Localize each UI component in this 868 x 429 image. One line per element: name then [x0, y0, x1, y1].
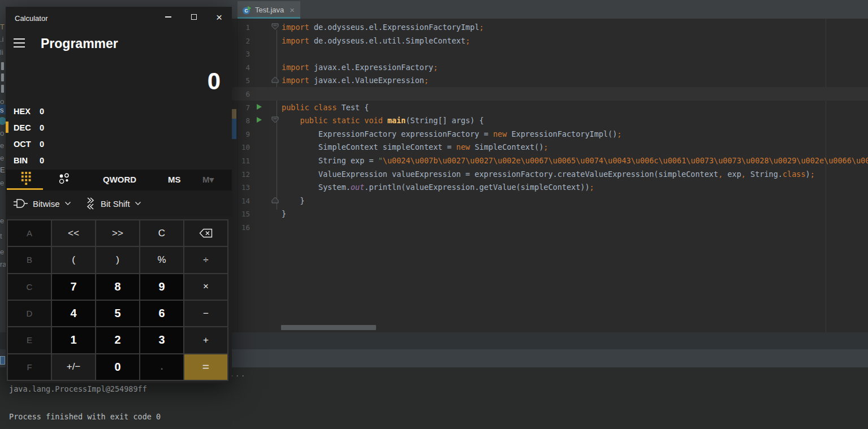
key-minus[interactable]: − — [184, 301, 227, 326]
key-modulo[interactable]: % — [140, 247, 183, 272]
active-toggle-underline — [7, 188, 43, 190]
project-tree-strip: T.iliosoeeEeetera — [0, 0, 6, 332]
code-text: String exp = "\u0024\u007b\u0027\u0027\u… — [282, 156, 868, 165]
word-size-toggle[interactable]: QWORD — [103, 175, 136, 184]
radix-label: OCT — [14, 140, 40, 149]
key-plus-minus[interactable]: +/− — [52, 354, 95, 380]
bit-toggle-keypad-button[interactable] — [58, 173, 71, 189]
key-plus[interactable]: + — [184, 327, 227, 353]
code-editor[interactable]: 1import de.odysseus.el.ExpressionFactory… — [232, 19, 868, 332]
horizontal-scrollbar[interactable] — [281, 325, 376, 330]
code-text: import javax.el.ValueExpression; — [282, 76, 429, 85]
key-equals[interactable]: = — [184, 354, 227, 380]
fold-marker-icon[interactable] — [271, 116, 279, 123]
editor-tab-bar: C Test.java × — [232, 0, 868, 19]
svg-text:C: C — [244, 8, 248, 14]
code-line-5: 5import javax.el.ValueExpression; — [232, 73, 868, 87]
line-number: 16 — [232, 223, 250, 232]
minimize-button[interactable] — [156, 7, 181, 27]
tree-text-fragment: o — [0, 129, 4, 137]
code-text: import de.odysseus.el.util.SimpleContext… — [282, 36, 470, 45]
key-shift-left[interactable]: << — [52, 220, 95, 246]
key-0[interactable]: 0 — [96, 354, 139, 380]
key-2[interactable]: 2 — [96, 327, 139, 353]
code-text: System.out.println(valueExpression.getVa… — [282, 183, 594, 192]
key-7[interactable]: 7 — [52, 274, 95, 300]
key-1[interactable]: 1 — [52, 327, 95, 353]
key-close-paren[interactable]: ) — [96, 247, 139, 272]
radix-row-dec[interactable]: DEC0 — [6, 119, 232, 136]
tab-close-icon[interactable]: × — [290, 6, 295, 14]
tab-test-java[interactable]: C Test.java × — [237, 1, 300, 19]
key-open-paren[interactable]: ( — [52, 247, 95, 272]
tree-text-fragment: e — [0, 216, 4, 225]
run-line-icon[interactable] — [257, 104, 262, 110]
tree-text-fragment: ra — [0, 260, 6, 268]
code-line-13: 13 System.out.println(valueExpression.ge… — [232, 180, 868, 194]
key-divide[interactable]: ÷ — [184, 247, 227, 272]
line-number: 13 — [232, 183, 250, 192]
close-button[interactable]: × — [206, 7, 232, 27]
calculator-mode-title: Programmer — [41, 36, 118, 51]
fold-marker-icon[interactable] — [271, 76, 279, 83]
code-line-7: 7public class Test { — [232, 101, 868, 114]
key-clear[interactable]: C — [140, 220, 183, 246]
fold-marker-icon[interactable] — [271, 197, 279, 203]
code-text: ValueExpression valueExpression = expres… — [282, 170, 815, 179]
console-ellipsis: ... — [230, 370, 246, 378]
calculator-window: Calculator × Programmer 0 HEX0DEC0OCT0BI… — [6, 7, 232, 383]
tree-item-fragment — [1, 62, 4, 70]
console-output-line: java.lang.ProcessImpl@254989ff — [9, 384, 147, 393]
line-number: 14 — [232, 197, 250, 205]
key-3[interactable]: 3 — [140, 327, 183, 353]
code-text: import javax.el.ExpressionFactory; — [282, 63, 438, 72]
key-shift-right[interactable]: >> — [96, 220, 139, 246]
java-class-run-icon: C — [242, 6, 252, 15]
radix-value: 0 — [40, 123, 44, 132]
bitshift-dropdown[interactable]: Bit Shift — [85, 190, 141, 216]
tree-text-fragment: .i — [0, 35, 4, 44]
calculator-keypad: A<<>>CB()%÷C789×D456−E123+F+/−0.= — [7, 219, 228, 381]
tree-text-fragment: li — [0, 48, 3, 57]
code-lines: 1import de.odysseus.el.ExpressionFactory… — [232, 20, 868, 234]
tree-item-fragment — [1, 85, 4, 93]
tree-text-fragment: T — [0, 23, 5, 31]
key-f: F — [8, 354, 51, 380]
code-line-11: 11 String exp = "\u0024\u007b\u0027\u002… — [232, 154, 868, 167]
calculator-window-title: Calculator — [15, 14, 48, 23]
code-line-1: 1import de.odysseus.el.ExpressionFactory… — [232, 20, 868, 34]
code-line-3: 3 — [232, 47, 868, 60]
key-4[interactable]: 4 — [52, 301, 95, 326]
key-backspace[interactable] — [184, 220, 227, 246]
chevron-down-icon — [135, 201, 141, 206]
bitwise-dropdown[interactable]: Bitwise — [12, 190, 71, 216]
key-c-hex: C — [8, 274, 51, 300]
tree-text-fragment: s — [0, 106, 4, 114]
line-number: 7 — [232, 103, 250, 112]
radix-row-hex[interactable]: HEX0 — [6, 103, 232, 119]
key-6[interactable]: 6 — [140, 301, 183, 326]
key-dot: . — [140, 354, 183, 380]
line-number: 9 — [232, 130, 250, 138]
chevron-down-icon — [64, 201, 71, 206]
radix-value: 0 — [40, 107, 44, 116]
memory-store-button[interactable]: MS — [168, 175, 181, 184]
key-5[interactable]: 5 — [96, 301, 139, 326]
fold-marker-icon[interactable] — [271, 23, 279, 30]
radix-row-oct[interactable]: OCT0 — [6, 136, 232, 152]
maximize-button[interactable] — [181, 7, 206, 27]
full-keypad-toggle[interactable] — [20, 172, 33, 188]
key-multiply[interactable]: × — [184, 274, 227, 300]
run-line-icon[interactable] — [257, 117, 262, 123]
key-d: D — [8, 301, 51, 326]
code-text: public static void main(String[] args) { — [282, 116, 484, 125]
code-text: } — [282, 196, 305, 205]
key-8[interactable]: 8 — [96, 274, 139, 300]
key-a: A — [8, 220, 51, 246]
line-number: 5 — [232, 76, 250, 85]
radix-row-bin[interactable]: BIN0 — [6, 152, 232, 168]
hamburger-menu-button[interactable] — [14, 38, 25, 47]
tree-text-fragment: E — [0, 166, 5, 174]
key-b: B — [8, 247, 51, 272]
key-9[interactable]: 9 — [140, 274, 183, 300]
